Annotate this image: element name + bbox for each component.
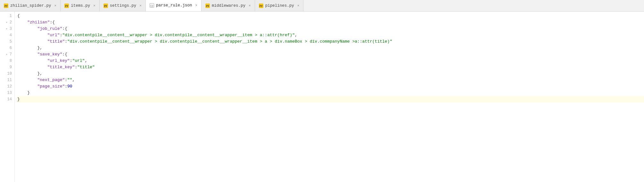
tab-parse-rule-label: parse_rule.json bbox=[156, 3, 192, 8]
line-num-3: ▾3 bbox=[0, 26, 14, 32]
line-num-12: 12 bbox=[0, 83, 14, 90]
tab-zhilian[interactable]: pyzhilian_spider.py× bbox=[0, 0, 61, 11]
line-num-8: 8 bbox=[0, 58, 14, 64]
tab-settings-close[interactable]: × bbox=[139, 4, 142, 8]
code-content: { "zhilian":{ "job_rule":{ "url":"div.co… bbox=[15, 12, 644, 182]
code-line-2: "zhilian":{ bbox=[17, 19, 644, 26]
tab-bar: pyzhilian_spider.py×pyitems.py×pysetting… bbox=[0, 0, 644, 12]
tab-parse-rule-close[interactable]: × bbox=[195, 4, 197, 7]
tab-pipelines-label: pipelines.py bbox=[265, 4, 294, 8]
tab-pipelines[interactable]: pypipelines.py× bbox=[255, 0, 304, 11]
line-numbers: 1▾2▾3456▾7891011121314 bbox=[0, 12, 15, 182]
tab-items-label: items.py bbox=[71, 4, 90, 8]
line-num-7: ▾7 bbox=[0, 51, 14, 58]
code-line-11: "next_page":"", bbox=[17, 77, 644, 83]
code-line-7: "save_key":{ bbox=[17, 51, 644, 58]
tab-zhilian-icon: py bbox=[4, 4, 8, 8]
tab-items-close[interactable]: × bbox=[93, 4, 95, 8]
code-line-8: "url_key":"url", bbox=[17, 58, 644, 64]
code-line-4: "url":"div.contentpile__content__wrapper… bbox=[17, 32, 644, 38]
tab-items[interactable]: pyitems.py× bbox=[61, 0, 100, 11]
line-num-10: 10 bbox=[0, 70, 14, 77]
code-line-6: }, bbox=[17, 45, 644, 51]
code-line-12: "page_size":90 bbox=[17, 83, 644, 90]
line-num-13: 13 bbox=[0, 90, 14, 96]
tab-settings-label: settings.py bbox=[110, 4, 136, 8]
tab-pipelines-icon: py bbox=[259, 4, 263, 8]
tab-middlewares-icon: py bbox=[205, 4, 210, 8]
editor-container: pyzhilian_spider.py×pyitems.py×pysetting… bbox=[0, 0, 644, 182]
tab-zhilian-close[interactable]: × bbox=[54, 4, 57, 8]
line-num-4: 4 bbox=[0, 32, 14, 38]
tab-parse-rule[interactable]: {}parse_rule.json× bbox=[146, 0, 202, 12]
code-line-14: } bbox=[17, 96, 644, 103]
code-line-9: "title_key":"title" bbox=[17, 64, 644, 70]
line-num-14: 14 bbox=[0, 96, 14, 103]
tab-items-icon: py bbox=[64, 4, 69, 8]
tab-pipelines-close[interactable]: × bbox=[297, 4, 300, 8]
editor: 1▾2▾3456▾7891011121314 { "zhilian":{ "jo… bbox=[0, 12, 644, 182]
line-num-11: 11 bbox=[0, 77, 14, 83]
fold-icon-7[interactable]: ▾ bbox=[5, 53, 9, 56]
line-num-2: ▾2 bbox=[0, 19, 14, 26]
code-line-5: "title":"div.contentpile__content__wrapp… bbox=[17, 38, 644, 45]
fold-icon-2[interactable]: ▾ bbox=[5, 21, 9, 24]
fold-icon-3[interactable]: ▾ bbox=[5, 27, 9, 31]
tab-zhilian-label: zhilian_spider.py bbox=[10, 4, 51, 8]
code-line-1: { bbox=[17, 13, 644, 19]
code-line-10: }, bbox=[17, 70, 644, 77]
code-line-3: "job_rule":{ bbox=[17, 26, 644, 32]
tab-middlewares-label: middlewares.py bbox=[212, 4, 245, 8]
line-num-5: 5 bbox=[0, 38, 14, 45]
line-num-1: 1 bbox=[0, 13, 14, 19]
code-line-13: } bbox=[17, 90, 644, 96]
line-num-6: 6 bbox=[0, 45, 14, 51]
tab-settings[interactable]: pysettings.py× bbox=[100, 0, 146, 11]
tab-middlewares-close[interactable]: × bbox=[249, 4, 251, 8]
tab-middlewares[interactable]: pymiddlewares.py× bbox=[202, 0, 255, 11]
line-num-9: 9 bbox=[0, 64, 14, 70]
tab-settings-icon: py bbox=[103, 4, 108, 8]
tab-parse-rule-icon: {} bbox=[150, 3, 154, 8]
